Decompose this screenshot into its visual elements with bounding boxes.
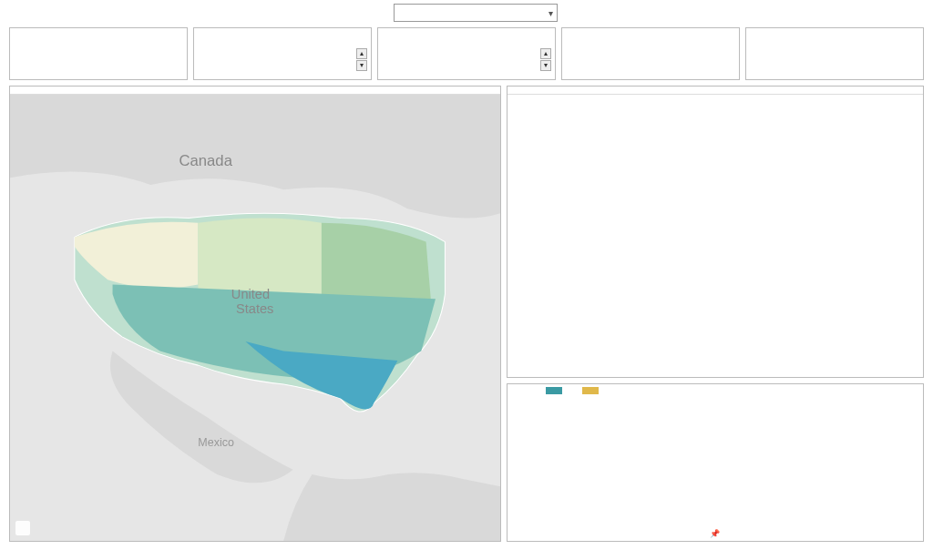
treemap[interactable] bbox=[508, 95, 923, 377]
spin-up-icon[interactable]: ▴ bbox=[356, 48, 367, 59]
x-axis-label: 📌 bbox=[508, 528, 923, 541]
label-canada: Canada bbox=[179, 152, 233, 169]
label-us: United bbox=[231, 287, 270, 301]
spinner[interactable]: ▴▾ bbox=[356, 48, 367, 71]
legend-2020 bbox=[582, 387, 602, 394]
spin-down-icon[interactable]: ▾ bbox=[356, 60, 367, 71]
pin-icon: 📌 bbox=[710, 529, 720, 538]
treemap-panel bbox=[507, 86, 924, 378]
panel-title bbox=[508, 87, 923, 95]
map-panel: Canada United States Mexico bbox=[9, 86, 501, 542]
kpi-highest-channel bbox=[745, 27, 924, 80]
spin-up-icon[interactable]: ▴ bbox=[540, 48, 551, 59]
line-chart[interactable] bbox=[542, 399, 918, 526]
legend-2019 bbox=[546, 387, 566, 394]
kpi-highest-region bbox=[561, 27, 740, 80]
spin-down-icon[interactable]: ▾ bbox=[540, 60, 551, 71]
label-mexico: Mexico bbox=[198, 436, 234, 449]
kpi-row: ▴▾ ▴▾ bbox=[0, 27, 933, 86]
spinner[interactable]: ▴▾ bbox=[540, 48, 551, 71]
svg-text:States: States bbox=[236, 301, 273, 316]
trend-panel: 📌 bbox=[507, 383, 924, 542]
kpi-total-revenue: ▴▾ bbox=[193, 27, 372, 80]
year-dropdown[interactable] bbox=[394, 4, 558, 22]
kpi-total-customers: ▴▾ bbox=[377, 27, 556, 80]
map-canvas[interactable]: Canada United States Mexico bbox=[10, 95, 500, 541]
map-legend bbox=[15, 521, 30, 535]
kpi-total-orders bbox=[9, 27, 188, 80]
panel-title bbox=[10, 87, 500, 95]
